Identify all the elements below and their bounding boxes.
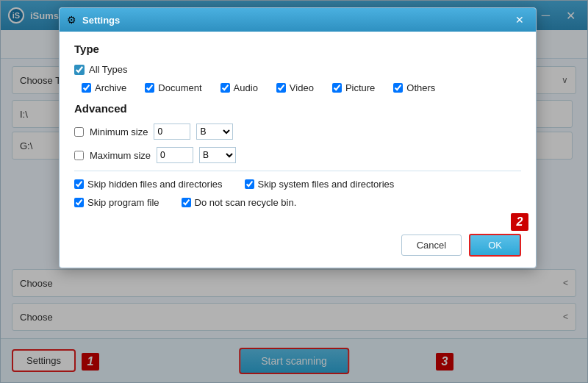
picture-label: Picture (345, 82, 375, 93)
audio-label: Audio (234, 82, 258, 93)
audio-checkbox[interactable] (220, 83, 230, 93)
skip-program-label: Skip program file (87, 197, 159, 208)
others-checkbox[interactable] (393, 83, 403, 93)
no-recycle-label: Do not scan recycle bin. (195, 197, 297, 208)
cancel-button[interactable]: Cancel (401, 235, 462, 256)
picture-checkbox[interactable] (332, 83, 342, 93)
all-types-label: All Types (89, 64, 128, 75)
main-window: iS iSumsoft DupFile Refixer ⇗ ≡ ─ ✕ Choo… (0, 0, 588, 383)
min-size-checkbox[interactable] (74, 127, 84, 137)
skip-system-label: Skip system files and directories (258, 179, 395, 190)
advanced-heading: Advanced (74, 102, 521, 115)
no-recycle-checkbox[interactable] (182, 198, 191, 207)
dialog-title-bar: ⚙ Settings ✕ (60, 8, 536, 32)
archive-label: Archive (95, 82, 126, 93)
min-size-input[interactable] (154, 124, 190, 140)
skip-hidden-label: Skip hidden files and directories (87, 179, 223, 190)
document-checkbox[interactable] (145, 83, 154, 93)
video-checkbox[interactable] (276, 83, 286, 93)
skip-program-option: Skip program file (74, 197, 159, 208)
video-option: Video (276, 82, 314, 93)
document-label: Document (158, 82, 201, 93)
max-size-checkbox[interactable] (74, 151, 84, 160)
skip-system-option: Skip system files and directories (245, 179, 395, 190)
type-heading: Type (74, 43, 521, 55)
picture-option: Picture (332, 82, 375, 93)
badge-2: 2 (511, 213, 528, 231)
ok-button[interactable]: OK (469, 234, 521, 257)
archive-checkbox[interactable] (82, 83, 91, 93)
video-label: Video (290, 82, 314, 93)
min-size-label: Minimum size (90, 126, 148, 137)
dialog-body: Type All Types Archive Document (60, 32, 536, 226)
skip-hidden-option: Skip hidden files and directories (74, 179, 223, 190)
skip-hidden-checkbox[interactable] (74, 179, 84, 189)
dialog-footer: 2 Cancel OK (60, 226, 536, 268)
no-recycle-option: Do not scan recycle bin. (182, 197, 297, 208)
audio-option: Audio (220, 82, 258, 93)
divider-1 (74, 171, 521, 171)
type-options-row: Archive Document Audio Video (74, 82, 521, 93)
archive-option: Archive (82, 82, 126, 93)
max-size-unit-select[interactable]: B KB MB GB (199, 147, 236, 163)
skip-system-checkbox[interactable] (245, 179, 254, 189)
all-types-checkbox[interactable] (74, 65, 85, 75)
settings-icon: ⚙ (67, 14, 76, 26)
others-label: Others (406, 82, 435, 93)
max-size-input[interactable] (157, 147, 193, 163)
dialog-title: Settings (82, 15, 511, 26)
type-section: Type All Types Archive Document (74, 43, 521, 93)
options-row-2: Skip program file Do not scan recycle bi… (74, 197, 521, 208)
max-size-row: Maximum size B KB MB GB (74, 147, 521, 163)
advanced-section: Advanced Minimum size B KB MB GB (74, 102, 521, 208)
options-row-1: Skip hidden files and directories Skip s… (74, 179, 521, 190)
document-option: Document (145, 82, 201, 93)
dialog-close-button[interactable]: ✕ (511, 12, 528, 27)
others-option: Others (393, 82, 435, 93)
all-types-row: All Types (74, 64, 521, 75)
min-size-unit-select[interactable]: B KB MB GB (196, 124, 233, 140)
max-size-label: Maximum size (90, 150, 151, 161)
settings-dialog: ⚙ Settings ✕ Type All Types Arc (59, 7, 537, 268)
skip-program-checkbox[interactable] (74, 198, 84, 207)
modal-overlay: ⚙ Settings ✕ Type All Types Arc (0, 0, 588, 383)
min-size-row: Minimum size B KB MB GB (74, 124, 521, 140)
